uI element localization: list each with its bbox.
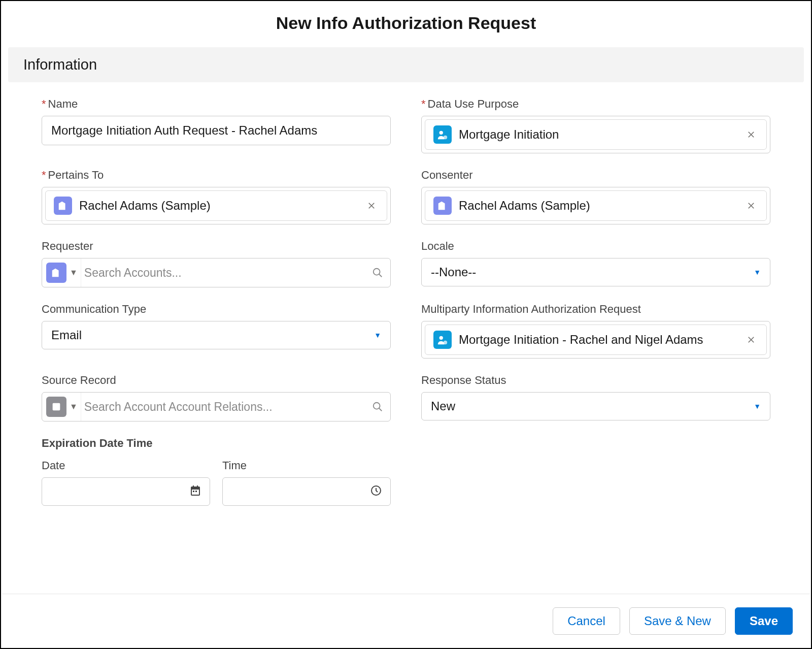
chevron-down-icon: ▼	[754, 402, 761, 410]
multiparty-lookup[interactable]: Mortgage Initiation - Rachel and Nigel A…	[421, 321, 770, 359]
clear-data-use-purpose-button[interactable]	[744, 127, 758, 142]
clear-pertains-to-button[interactable]	[364, 199, 379, 213]
source-record-lookup[interactable]: ▼	[42, 392, 391, 421]
account-icon	[433, 197, 452, 215]
account-icon	[46, 263, 66, 283]
pertains-to-lookup[interactable]: Rachel Adams (Sample)	[42, 187, 391, 224]
svg-point-2	[374, 269, 380, 275]
date-label: Date	[42, 459, 210, 472]
data-use-purpose-value: Mortgage Initiation	[459, 127, 737, 142]
date-input[interactable]	[42, 477, 210, 506]
time-input[interactable]	[222, 477, 391, 506]
calendar-icon	[189, 484, 201, 499]
search-icon	[372, 401, 383, 412]
cancel-button[interactable]: Cancel	[553, 607, 620, 635]
data-use-purpose-label: Data Use Purpose	[421, 98, 770, 111]
requester-search-input[interactable]	[84, 258, 369, 287]
clear-consenter-button[interactable]	[744, 199, 758, 213]
multiparty-label: Multiparty Information Authorization Req…	[421, 303, 770, 316]
locale-label: Locale	[421, 240, 770, 253]
communication-type-label: Communication Type	[42, 303, 391, 316]
name-input[interactable]	[42, 116, 391, 145]
response-status-label: Response Status	[421, 374, 770, 387]
svg-point-6	[374, 403, 380, 409]
data-use-purpose-lookup[interactable]: Mortgage Initiation	[421, 116, 770, 153]
chevron-down-icon: ▼	[374, 331, 381, 339]
source-record-type-selector[interactable]: ▼	[42, 393, 81, 421]
locale-value: --None--	[431, 265, 476, 279]
svg-point-0	[439, 131, 443, 135]
communication-type-value: Email	[51, 328, 82, 342]
consenter-label: Consenter	[421, 169, 770, 182]
consenter-value: Rachel Adams (Sample)	[459, 199, 737, 213]
multiparty-value: Mortgage Initiation - Rachel and Nigel A…	[459, 333, 737, 347]
svg-point-1	[444, 136, 447, 139]
svg-point-3	[439, 336, 443, 340]
response-status-select[interactable]: New ▼	[421, 392, 770, 420]
requester-lookup[interactable]: ▼	[42, 258, 391, 287]
purpose-icon	[433, 125, 452, 144]
requester-label: Requester	[42, 240, 391, 253]
save-button[interactable]: Save	[735, 607, 793, 635]
expiration-heading: Expiration Date Time	[42, 437, 391, 450]
purpose-icon	[433, 331, 452, 349]
name-label: Name	[42, 98, 391, 111]
chevron-down-icon: ▼	[70, 402, 78, 411]
record-icon	[46, 397, 66, 417]
requester-type-selector[interactable]: ▼	[42, 258, 81, 287]
search-icon	[372, 267, 383, 278]
clock-icon	[370, 484, 382, 499]
account-icon	[54, 197, 72, 215]
communication-type-select[interactable]: Email ▼	[42, 321, 391, 349]
modal-title: New Info Authorization Request	[1, 1, 811, 47]
svg-rect-5	[53, 403, 60, 411]
consenter-lookup[interactable]: Rachel Adams (Sample)	[421, 187, 770, 224]
pertains-to-label: Pertains To	[42, 169, 391, 182]
response-status-value: New	[431, 399, 455, 413]
section-header-information: Information	[8, 47, 804, 82]
chevron-down-icon: ▼	[70, 268, 78, 277]
clear-multiparty-button[interactable]	[744, 333, 758, 347]
time-label: Time	[222, 459, 391, 472]
chevron-down-icon: ▼	[754, 268, 761, 276]
modal-footer: Cancel Save & New Save	[2, 594, 810, 648]
pertains-to-value: Rachel Adams (Sample)	[79, 199, 357, 213]
locale-select[interactable]: --None-- ▼	[421, 258, 770, 286]
svg-point-4	[444, 341, 447, 344]
source-record-label: Source Record	[42, 374, 391, 387]
save-and-new-button[interactable]: Save & New	[629, 607, 726, 635]
source-record-search-input[interactable]	[84, 393, 369, 421]
